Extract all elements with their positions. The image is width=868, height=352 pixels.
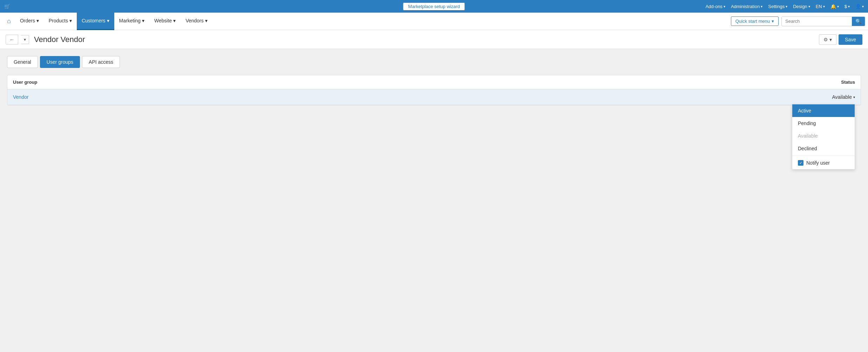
tab-user-groups[interactable]: User groups (40, 56, 80, 68)
addons-menu[interactable]: Add-ons ▾ (705, 4, 725, 9)
nav-bar: ⌂ Orders ▾ Products ▾ Customers ▾ Market… (0, 13, 868, 30)
status-option-active[interactable]: Active (792, 104, 855, 117)
top-bar-right: Add-ons ▾ Administration ▾ Settings ▾ De… (705, 4, 864, 9)
bell-icon[interactable]: 🔔 ▾ (830, 4, 839, 9)
status-caret: ▾ (853, 95, 855, 99)
save-button[interactable]: Save (839, 34, 862, 45)
addons-caret: ▾ (724, 5, 725, 8)
col-user-group: User group (13, 80, 37, 85)
settings-caret: ▾ (786, 5, 787, 8)
col-status: Status (841, 80, 855, 85)
status-option-available: Available (792, 130, 855, 142)
search-input[interactable] (782, 17, 852, 26)
tab-general[interactable]: General (7, 56, 38, 68)
status-option-declined[interactable]: Declined (792, 142, 855, 155)
dropdown-divider (792, 156, 855, 156)
products-label: Products (49, 18, 68, 23)
status-option-pending[interactable]: Pending (792, 117, 855, 130)
lang-caret: ▾ (823, 5, 825, 8)
dollar-icon[interactable]: $ ▾ (845, 4, 850, 9)
pending-label: Pending (798, 120, 816, 126)
nav-right: Quick start menu ▾ 🔍 (731, 16, 865, 26)
nav-website[interactable]: Website ▾ (149, 13, 181, 30)
tabs: General User groups API access (7, 56, 861, 68)
products-caret: ▾ (69, 18, 72, 23)
vendors-caret: ▾ (205, 18, 208, 23)
table-row: Vendor Available ▾ Active Pending Availa… (7, 89, 861, 105)
gear-button[interactable]: ⚙ ▾ (819, 34, 836, 45)
administration-menu[interactable]: Administration ▾ (731, 4, 762, 9)
notify-user-item[interactable]: ✓ Notify user (792, 157, 855, 169)
nav-customers[interactable]: Customers ▾ (77, 13, 114, 30)
notify-checkbox[interactable]: ✓ (798, 160, 803, 166)
admin-caret: ▾ (761, 5, 762, 8)
search-button[interactable]: 🔍 (852, 17, 865, 26)
quick-start-caret: ▾ (772, 19, 774, 24)
gear-caret: ▾ (829, 37, 832, 42)
language-menu[interactable]: EN ▾ (816, 4, 825, 9)
status-dropdown-wrap: Available ▾ Active Pending Available (832, 94, 855, 100)
orders-caret: ▾ (36, 18, 39, 23)
wizard-button-wrap: Marketplace setup wizard (403, 2, 465, 11)
quick-start-button[interactable]: Quick start menu ▾ (731, 16, 779, 26)
nav-marketing[interactable]: Marketing ▾ (114, 13, 149, 30)
wizard-button[interactable]: Marketplace setup wizard (403, 2, 465, 11)
design-menu[interactable]: Design ▾ (793, 4, 810, 9)
cart-icon[interactable]: 🛒 (4, 4, 10, 9)
top-bar-left: 🛒 (4, 4, 10, 9)
user-groups-table: User group Status Vendor Available ▾ Act… (7, 75, 861, 105)
header-actions: ⚙ ▾ Save (819, 34, 862, 45)
top-bar: 🛒 Marketplace setup wizard Add-ons ▾ Adm… (0, 0, 868, 13)
user-icon[interactable]: 👤 ▾ (855, 4, 864, 9)
notify-user-label: Notify user (806, 160, 830, 166)
active-label: Active (798, 108, 811, 113)
tab-api-access[interactable]: API access (82, 56, 120, 68)
design-caret: ▾ (808, 5, 810, 8)
website-caret: ▾ (173, 18, 176, 23)
orders-label: Orders (20, 18, 35, 23)
marketing-label: Marketing (119, 18, 141, 23)
vendors-label: Vendors (185, 18, 203, 23)
home-nav-icon[interactable]: ⌂ (3, 18, 15, 25)
nav-products[interactable]: Products ▾ (44, 13, 77, 30)
gear-icon: ⚙ (823, 37, 828, 42)
table-header: User group Status (7, 75, 861, 89)
status-text: Available (832, 94, 852, 100)
page-title: Vendor Vendor (34, 35, 85, 44)
quick-start-label: Quick start menu (735, 19, 770, 24)
page-header: ← ▾ Vendor Vendor ⚙ ▾ Save (0, 30, 868, 49)
back-button[interactable]: ← (6, 35, 18, 44)
declined-label: Declined (798, 146, 817, 151)
nav-vendors[interactable]: Vendors ▾ (181, 13, 212, 30)
header-dropdown-button[interactable]: ▾ (21, 35, 29, 44)
search-wrap: 🔍 (781, 16, 865, 26)
content-area: General User groups API access User grou… (0, 49, 868, 352)
status-dropdown-menu: Active Pending Available Declined ✓ Noti… (792, 104, 855, 170)
available-label: Available (798, 133, 818, 139)
settings-menu[interactable]: Settings ▾ (768, 4, 787, 9)
status-value[interactable]: Available ▾ (832, 94, 855, 100)
customers-caret: ▾ (107, 18, 109, 23)
marketing-caret: ▾ (142, 18, 144, 23)
customers-label: Customers (82, 18, 106, 23)
nav-orders[interactable]: Orders ▾ (15, 13, 44, 30)
website-label: Website (154, 18, 172, 23)
vendor-link[interactable]: Vendor (13, 94, 28, 100)
